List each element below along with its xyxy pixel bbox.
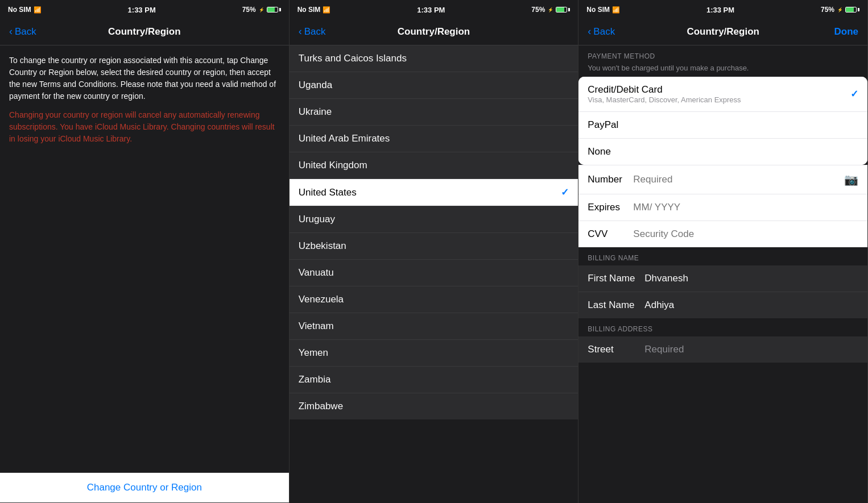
- payment-option-0[interactable]: Credit/Debit CardVisa, MasterCard, Disco…: [578, 77, 867, 112]
- nav-bar-2: ‹ Back Country/Region: [290, 18, 578, 45]
- charging-icon-1: ⚡: [259, 7, 264, 13]
- nav-bar-1: ‹ Back Country/Region: [0, 18, 289, 45]
- country-name: United Arab Emirates: [299, 133, 390, 144]
- payment-option-left-0: Credit/Debit CardVisa, MasterCard, Disco…: [588, 84, 741, 104]
- billing-address-placeholder: Required: [644, 344, 684, 355]
- billing-name-field-0: First NameDhvanesh: [578, 265, 867, 292]
- card-field-0: Number📷: [578, 165, 867, 194]
- country-name: United States: [299, 187, 357, 198]
- back-label-1: Back: [15, 26, 36, 38]
- card-field-label: Number: [588, 174, 633, 185]
- card-field-input[interactable]: [633, 174, 844, 185]
- payment-option-1[interactable]: PayPal: [578, 112, 867, 139]
- status-left-2: No SIM 📶: [297, 6, 331, 14]
- billing-address-header: BILLING ADDRESS: [578, 318, 867, 336]
- card-field-input[interactable]: [633, 228, 858, 240]
- billing-field-label: First Name: [588, 273, 644, 284]
- country-item[interactable]: Vanuatu: [290, 260, 578, 286]
- battery-percent-3: 75%: [821, 6, 834, 14]
- country-name: Yemen: [299, 347, 328, 359]
- change-country-button[interactable]: Change Country or Region: [0, 473, 290, 502]
- wifi-icon-2: 📶: [323, 6, 330, 14]
- billing-name-header: BILLING NAME: [578, 247, 867, 265]
- back-chevron-2: ‹: [299, 26, 302, 38]
- back-button-1[interactable]: ‹ Back: [9, 26, 43, 38]
- change-btn-container: Change Country or Region: [0, 472, 290, 503]
- battery-percent-2: 75%: [531, 6, 545, 14]
- panel-1: No SIM 📶 1:33 PM 75% ⚡ ‹ Back Country/Re…: [0, 0, 290, 503]
- wifi-icon-1: 📶: [34, 6, 42, 14]
- billing-name-field-1: Last NameAdhiya: [578, 292, 867, 318]
- payment-option-title: None: [588, 146, 611, 157]
- country-item[interactable]: United States✓: [290, 179, 578, 206]
- country-name: Uzbekistan: [299, 240, 346, 252]
- card-field-2: CVV: [578, 221, 867, 247]
- status-bar-2: No SIM 📶 1:33 PM 75% ⚡: [290, 0, 578, 18]
- country-item[interactable]: Turks and Caicos Islands: [290, 45, 578, 72]
- no-sim-label-2: No SIM: [297, 6, 321, 14]
- country-name: Venezuela: [299, 294, 344, 305]
- panel1-scroll: To change the country or region associat…: [0, 45, 289, 472]
- country-item[interactable]: Ukraine: [290, 99, 578, 126]
- country-name: Zimbabwe: [299, 401, 343, 412]
- country-item[interactable]: Zimbabwe: [290, 393, 578, 419]
- battery-icon-3: [845, 7, 859, 13]
- panel-2: No SIM 📶 1:33 PM 75% ⚡ ‹ Back Country/Re…: [290, 0, 579, 503]
- back-chevron-3: ‹: [588, 26, 591, 38]
- country-name: Turks and Caicos Islands: [299, 53, 407, 64]
- country-name: Vietnam: [299, 321, 334, 332]
- country-item[interactable]: Yemen: [290, 340, 578, 367]
- payment-option-subtitle: Visa, MasterCard, Discover, American Exp…: [588, 95, 741, 104]
- time-1: 1:33 PM: [128, 6, 156, 14]
- payment-option-left-2: None: [588, 146, 611, 157]
- country-name: Vanuatu: [299, 267, 334, 278]
- battery-percent-1: 75%: [242, 6, 256, 14]
- billing-field-value: Adhiya: [644, 300, 674, 311]
- card-field-input[interactable]: [633, 202, 858, 213]
- status-right-1: 75% ⚡: [242, 6, 281, 14]
- country-item[interactable]: Uzbekistan: [290, 233, 578, 260]
- nav-title-2: Country/Region: [333, 26, 535, 38]
- back-button-3[interactable]: ‹ Back: [588, 26, 622, 38]
- charging-icon-2: ⚡: [548, 7, 553, 13]
- country-item[interactable]: United Kingdom: [290, 152, 578, 179]
- charging-icon-3: ⚡: [837, 7, 843, 13]
- billing-field-value: Dhvanesh: [644, 273, 688, 284]
- card-fields-section: Number📷ExpiresCVV: [578, 165, 867, 247]
- payment-option-2[interactable]: None: [578, 139, 867, 165]
- country-item[interactable]: Uruguay: [290, 206, 578, 233]
- payment-method-header: PAYMENT METHOD: [578, 45, 867, 64]
- country-name: Ukraine: [299, 106, 332, 118]
- country-name: Zambia: [299, 374, 331, 385]
- back-chevron-1: ‹: [9, 26, 13, 38]
- payment-option-title: PayPal: [588, 119, 618, 131]
- country-name: United Kingdom: [299, 160, 367, 171]
- country-item[interactable]: United Arab Emirates: [290, 126, 578, 152]
- billing-field-label: Last Name: [588, 300, 644, 311]
- status-left-1: No SIM 📶: [8, 6, 42, 14]
- status-bar-1: No SIM 📶 1:33 PM 75% ⚡: [0, 0, 289, 18]
- description-text: To change the country or region associat…: [9, 55, 280, 102]
- billing-name-fields: First NameDhvaneshLast NameAdhiya: [578, 265, 867, 318]
- country-item[interactable]: Uganda: [290, 72, 578, 99]
- done-button[interactable]: Done: [824, 26, 858, 38]
- status-bar-3: No SIM 📶 1:33 PM 75% ⚡: [578, 0, 867, 18]
- country-item[interactable]: Venezuela: [290, 286, 578, 313]
- time-3: 1:33 PM: [706, 6, 734, 14]
- back-button-2[interactable]: ‹ Back: [299, 26, 333, 38]
- camera-icon[interactable]: 📷: [844, 173, 858, 186]
- payment-options-list: Credit/Debit CardVisa, MasterCard, Disco…: [578, 77, 867, 165]
- panel3-scroll: PAYMENT METHOD You won't be charged unti…: [578, 45, 867, 503]
- back-label-2: Back: [304, 26, 326, 38]
- battery-icon-2: [556, 7, 570, 13]
- country-item[interactable]: Vietnam: [290, 313, 578, 340]
- billing-address-field-0: StreetRequired: [578, 336, 867, 363]
- status-left-3: No SIM 📶: [586, 6, 620, 14]
- panel-3: No SIM 📶 1:33 PM 75% ⚡ ‹ Back Country/Re…: [578, 0, 868, 503]
- card-field-1: Expires: [578, 194, 867, 221]
- warning-text: Changing your country or region will can…: [9, 109, 280, 145]
- status-right-3: 75% ⚡: [821, 6, 859, 14]
- card-field-label: CVV: [588, 228, 633, 240]
- payment-option-title: Credit/Debit Card: [588, 84, 741, 95]
- country-item[interactable]: Zambia: [290, 367, 578, 393]
